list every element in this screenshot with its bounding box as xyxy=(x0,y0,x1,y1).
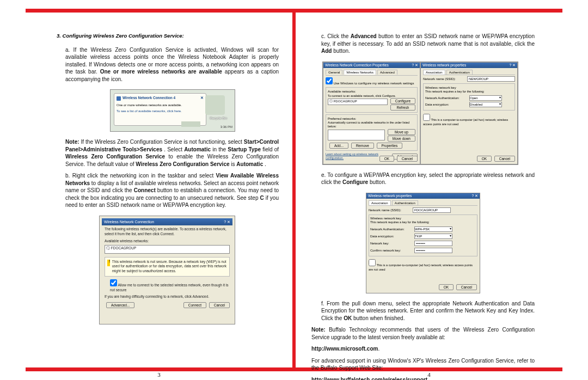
microsoft-url: http://www.microsoft.com. xyxy=(311,345,535,353)
adhoc-checkbox[interactable] xyxy=(423,114,430,121)
properties-button[interactable]: Properties xyxy=(377,143,403,149)
tab-association[interactable]: Association xyxy=(423,70,445,75)
figure-network-properties: Wireless network properties? ✕ Associati… xyxy=(366,193,480,293)
right-pane: Wireless network properties? ✕ Associati… xyxy=(420,62,518,164)
step-a: a. If the Wireless Zero Configuration Se… xyxy=(56,46,279,83)
auth-select[interactable]: Open xyxy=(469,95,502,101)
page-4-content: c. Click the Advanced button to enter an… xyxy=(311,33,535,380)
page-3-content: 3. Configuring Wireless Zero Configurati… xyxy=(56,33,279,331)
note-wzc-not-functioning: Note: If the Wireless Zero Configuration… xyxy=(56,138,279,168)
remove-button[interactable]: Remove xyxy=(351,143,374,149)
advanced-support-text: For advanced support in using Window's X… xyxy=(311,357,535,372)
step-c: c. Click the Advanced button to enter an… xyxy=(311,33,535,55)
step-b: b. Right click the networking icon in th… xyxy=(56,172,279,209)
ok-button-left[interactable]: OK xyxy=(379,156,394,162)
encryption-select[interactable]: Disabled xyxy=(469,102,502,107)
tab-authentication-2[interactable]: Authentication xyxy=(392,200,418,205)
difficulty-text: If you are having difficulty connecting … xyxy=(105,295,230,299)
tab-advanced[interactable]: Advanced xyxy=(377,70,397,75)
buffalo-url: http://www.buffalotech.com/wireless/supp… xyxy=(311,376,535,381)
cancel-button[interactable]: Cancel xyxy=(209,302,230,308)
tab-wireless-networks[interactable]: Wireless Networks xyxy=(344,70,376,75)
connect-button[interactable]: Connect xyxy=(183,302,206,308)
dialog-title: Wireless Network Connection xyxy=(104,219,154,224)
ssid-input-2[interactable]: FDOCAGROUP xyxy=(413,207,451,213)
recycle-bin-icon xyxy=(205,95,225,115)
advanced-button[interactable]: Advanced... xyxy=(106,302,134,308)
figure-connection-properties: Wireless Network Connection Properties? … xyxy=(322,62,518,165)
tooltip-line2: To see a list of available networks, cli… xyxy=(117,109,204,113)
dialog-intro: The following wireless network(s) are av… xyxy=(105,227,230,237)
tooltip-line1: One or more wireless networks are availa… xyxy=(117,103,204,107)
note-label: Note: xyxy=(65,139,79,145)
moveup-button[interactable]: Move up xyxy=(388,129,415,135)
encryption-select-2[interactable]: TKIP xyxy=(414,234,452,239)
note-recommendation: Note: Buffalo Technology recommends that… xyxy=(311,326,535,341)
recycle-bin-label: Recycle Bin xyxy=(210,116,227,120)
tab-association-2[interactable]: Association xyxy=(369,200,391,205)
network-key-input[interactable]: •••••••• xyxy=(414,241,452,246)
available-networks-label: Available wireless networks: xyxy=(105,239,230,244)
auth-select-2[interactable]: WPA-PSK xyxy=(414,226,452,232)
step-e: e. To configure a WEP/WPA encryption key… xyxy=(311,171,535,186)
allow-insecure-checkbox[interactable] xyxy=(110,279,117,286)
tab-authentication[interactable]: Authentication xyxy=(446,70,473,75)
figure-wireless-connection-dialog: Wireless Network Connection ? ✕ The foll… xyxy=(99,216,235,324)
cancel-button-fig4[interactable]: Cancel xyxy=(456,284,477,290)
page-number-left: 3 xyxy=(26,371,292,378)
ssid-input[interactable]: NEWGROUP xyxy=(467,76,515,82)
cancel-button-right[interactable]: Cancel xyxy=(494,156,515,162)
clock: 3:36 PM xyxy=(220,125,232,129)
step-a-bold: One or more wireless networks are availa… xyxy=(100,69,222,75)
add-button[interactable]: Add... xyxy=(329,143,348,149)
warning-text: This wireless network is not secure. Bec… xyxy=(112,260,227,274)
figure-taskbar-tooltip: Wireless Network Connection 4✕ One or mo… xyxy=(110,89,235,132)
ok-button-fig4[interactable]: OK xyxy=(439,284,454,290)
step-f: f. From the pull down menu, select the a… xyxy=(311,300,535,322)
cancel-button-left[interactable]: Cancel xyxy=(397,156,418,162)
left-pane: Wireless Network Connection Properties? … xyxy=(323,62,420,164)
tooltip-title: Wireless Network Connection 4 xyxy=(122,96,175,101)
confirm-key-input[interactable]: •••••••• xyxy=(414,248,452,253)
ok-button-right[interactable]: OK xyxy=(477,156,492,162)
configure-button[interactable]: Configure xyxy=(390,98,415,104)
warning-icon xyxy=(107,260,110,266)
network-listbox[interactable]: ⓘ FDOCAGROUP xyxy=(105,245,230,254)
movedown-button[interactable]: Move down xyxy=(388,136,415,142)
tab-general[interactable]: General xyxy=(326,70,342,75)
allow-insecure-label: Allow me to connect to the selected wire… xyxy=(110,283,229,292)
section-heading: 3. Configuring Wireless Zero Configurati… xyxy=(57,33,279,40)
refresh-button[interactable]: Refresh xyxy=(390,105,415,111)
use-windows-checkbox[interactable] xyxy=(326,77,333,84)
adhoc-checkbox-2[interactable] xyxy=(369,259,376,266)
vertical-red-divider xyxy=(292,9,296,371)
